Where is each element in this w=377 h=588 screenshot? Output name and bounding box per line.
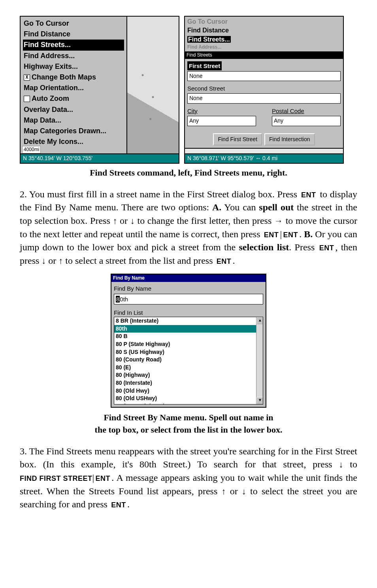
list-item[interactable]: 80 (State Highway) (114, 403, 263, 405)
menu-find-streets[interactable]: Find Streets... (23, 40, 124, 50)
instruction-step-2: 2. You must first fill in a street name … (20, 188, 357, 268)
menu-find-distance[interactable]: Find Distance (23, 29, 124, 40)
menu-find-distance: Find Distance (187, 26, 341, 35)
ent-key: ENT (300, 190, 317, 200)
down-arrow-icon: ↓ (41, 256, 46, 266)
second-street-input[interactable]: None (187, 93, 341, 104)
list-item[interactable]: 80th (114, 325, 263, 333)
menu-map-data[interactable]: Map Data... (23, 115, 124, 126)
map-preview (126, 17, 179, 163)
context-menu: Go To Cursor Find Distance Find Streets.… (21, 17, 126, 163)
postal-label: Postal Code (272, 107, 341, 115)
figure-caption-2: Find Street By Name menu. Spell out name… (20, 412, 357, 436)
list-item[interactable]: 80 (Old USHwy) (114, 395, 263, 403)
top-screenshots: Go To Cursor Find Distance Find Streets.… (20, 16, 357, 164)
up-arrow-icon: ↑ (221, 486, 226, 496)
menu-change-both-maps[interactable]: X Change Both Maps (23, 72, 124, 83)
coord-status-bar: N 36°08.971' W 95°50.579' ↔ 0.4 mi (185, 153, 343, 163)
scroll-up-icon[interactable]: ▲ (256, 317, 263, 324)
down-arrow-icon: ↓ (242, 486, 246, 496)
list-item[interactable]: 80 B (114, 333, 263, 340)
menu-label: Auto Zoom (32, 94, 69, 104)
list-item[interactable]: 80 P (State Highway) (114, 340, 263, 348)
list-item[interactable]: 80 (Old Hwy) (114, 387, 263, 395)
scrollbar[interactable]: ▲ ▼ (256, 317, 263, 404)
menu-find-address[interactable]: Find Address... (23, 51, 124, 61)
menu-highway-exits[interactable]: Highway Exits... (23, 61, 124, 72)
menu-go-to-cursor[interactable]: Go To Cursor (23, 18, 124, 29)
ent-key: ENT (94, 474, 111, 484)
list-item[interactable]: 80 (Highway) (114, 371, 263, 379)
list-item[interactable]: 80 (County Road) (114, 356, 263, 364)
list-item[interactable]: 80 (Interstate) (114, 379, 263, 387)
down-arrow-icon: ↓ (339, 459, 343, 469)
city-input[interactable]: Any (187, 116, 256, 126)
ent-key: ENT (318, 243, 335, 253)
find-streets-dialog-screenshot: Go To Cursor Find Distance Find Streets.… (184, 16, 344, 164)
bg-menu: Go To Cursor Find Distance Find Streets.… (185, 17, 343, 51)
find-first-street-button[interactable]: Find First Street (213, 133, 262, 146)
find-streets-form: First Street None Second Street None Cit… (185, 59, 343, 148)
window-titlebar: Find By Name (111, 274, 266, 282)
menu-label: Change Both Maps (32, 72, 96, 82)
find-by-name-label: Find By Name (114, 284, 263, 293)
first-street-label: First Street (187, 61, 222, 70)
ent-key: ENT (282, 230, 299, 240)
menu-delete-icons[interactable]: Delete My Icons... (23, 136, 124, 147)
menu-overlay-data[interactable]: Overlay Data... (23, 104, 124, 115)
name-input[interactable]: 80th (114, 294, 263, 304)
menu-dim: Find Address... (187, 44, 341, 51)
coord-status-bar: N 35°40.194' W 120°03.755' (21, 153, 179, 163)
map-outline-icon (127, 17, 179, 163)
checkbox-checked-icon: X (24, 74, 30, 81)
figure-caption-1: Find Streets command, left, Find Streets… (20, 167, 357, 179)
checkbox-empty-icon (24, 96, 30, 102)
dialog-titlebar: Find Streets (185, 51, 343, 59)
down-arrow-icon: ↓ (130, 216, 135, 226)
find-by-name-window: Find By Name Find By Name 80th Find In L… (111, 274, 266, 408)
menu-find-streets-selected: Find Streets... (187, 36, 231, 43)
list-item[interactable]: 80 S (US Highway) (114, 348, 263, 356)
list-item[interactable]: 8 BR (Interstate) (114, 317, 263, 325)
text-cursor: 8 (116, 296, 120, 303)
second-street-label: Second Street (187, 84, 341, 93)
menu-map-categories[interactable]: Map Categories Drawn... (23, 126, 124, 136)
ent-key: ENT (263, 230, 280, 240)
menu-dim: Go To Cursor (187, 17, 341, 26)
left-map-menu-screenshot: Go To Cursor Find Distance Find Streets.… (20, 16, 179, 164)
find-by-name-screenshot: Find By Name Find By Name 80th Find In L… (20, 274, 357, 408)
find-first-street-key: FIND FIRST STREET (20, 474, 92, 484)
list-item[interactable]: 80 (E) (114, 364, 263, 372)
scroll-down-icon[interactable]: ▼ (256, 397, 263, 404)
street-listbox[interactable]: ▲ ▼ 8 BR (Interstate)80th80 B80 P (State… (114, 317, 263, 405)
first-street-input[interactable]: None (187, 71, 341, 81)
up-arrow-icon: ↑ (58, 256, 63, 266)
right-arrow-icon: → (274, 216, 283, 226)
ent-key: ENT (215, 257, 233, 267)
instruction-step-3: 3. The Find Streets menu reappears with … (20, 445, 357, 511)
find-in-list-label: Find In List (114, 308, 263, 317)
menu-map-orientation[interactable]: Map Orientation... (23, 83, 124, 93)
menu-auto-zoom[interactable]: Auto Zoom (23, 93, 124, 104)
map-scale: 4000mi (22, 146, 41, 153)
city-label: City (187, 107, 256, 115)
up-arrow-icon: ↑ (113, 216, 117, 226)
ent-key: ENT (110, 500, 127, 510)
find-intersection-button[interactable]: Find Intersection (264, 133, 315, 146)
postal-input[interactable]: Any (272, 116, 341, 126)
